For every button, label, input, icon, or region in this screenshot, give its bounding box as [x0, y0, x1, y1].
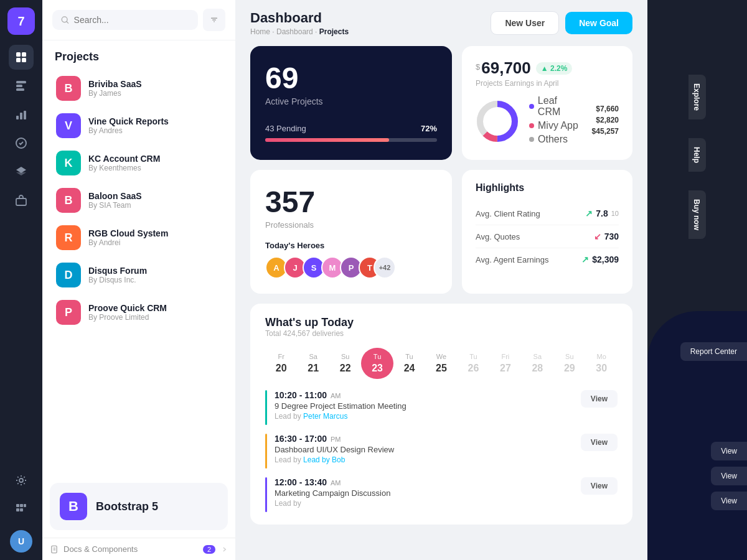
explore-tab[interactable]: Explore — [688, 75, 706, 119]
svg-rect-4 — [16, 81, 26, 83]
project-name: Proove Quick CRM — [88, 303, 222, 313]
event-ampm: AM — [331, 479, 341, 487]
search-input[interactable] — [74, 15, 189, 25]
highlight-label: Avg. Agent Earnings — [476, 255, 549, 264]
calendar-day[interactable]: Su29 — [553, 348, 585, 379]
event-view-button[interactable]: View — [581, 477, 618, 495]
project-item[interactable]: D Disqus Forum By Disqus Inc. — [50, 256, 228, 294]
search-input-wrap[interactable] — [52, 10, 198, 30]
sidebar-icon-grid[interactable] — [9, 73, 34, 98]
right-panel-buttons: Report Center View View View — [680, 342, 747, 510]
event-ampm: AM — [331, 392, 341, 399]
project-by: By Andres — [88, 126, 222, 135]
highlights-list: Avg. Client Rating ↗ 7.8 10 Avg. Quotes … — [476, 202, 619, 271]
event-view-button[interactable]: View — [581, 434, 618, 451]
highlight-row: Avg. Agent Earnings ↗ $2,309 — [476, 248, 619, 271]
day-name: Mo — [588, 353, 615, 360]
sidebar-icon-briefcase[interactable] — [9, 188, 34, 213]
day-num: 22 — [332, 363, 359, 374]
cards-row-1: 69 Active Projects 43 Pending 72% $ 69,7… — [250, 46, 632, 160]
heroes-title: Today's Heroes — [265, 241, 437, 250]
svg-rect-19 — [20, 508, 23, 511]
project-item[interactable]: V Vine Quick Reports By Andres — [50, 107, 228, 144]
project-item[interactable]: B Briviba SaaS By James — [50, 70, 228, 107]
calendar-day[interactable]: Sa21 — [297, 348, 329, 379]
heroes-more: +42 — [374, 256, 396, 279]
sidebar-icon-settings[interactable] — [9, 468, 34, 493]
sidebar-icon-check[interactable] — [9, 131, 34, 156]
svg-rect-6 — [16, 88, 24, 91]
svg-marker-12 — [16, 172, 26, 175]
project-item[interactable]: R RGB Cloud System By Andrei — [50, 219, 228, 256]
day-num: 23 — [364, 363, 390, 374]
heroes-avatars: AJSMPT+42 — [265, 256, 437, 279]
event-line — [265, 477, 267, 512]
event-name: Dashboard UI/UX Design Review — [275, 445, 573, 454]
calendar-day[interactable]: Fri27 — [489, 348, 521, 379]
filter-button[interactable] — [203, 9, 225, 31]
event-name: 9 Degree Project Estimation Meeting — [275, 401, 573, 411]
event-ampm: PM — [331, 436, 341, 443]
day-name: Tu — [396, 353, 423, 360]
legend: Leaf CRMMivy AppOthers — [529, 95, 582, 147]
search-bar — [42, 0, 235, 40]
right-view-btn-3[interactable]: View — [711, 492, 747, 510]
day-name: Tu — [364, 353, 390, 360]
event-lead: Lead by Lead by Bob — [275, 455, 573, 464]
sidebar-icon-modules[interactable] — [9, 497, 34, 521]
calendar-day[interactable]: Tu23 — [361, 348, 393, 379]
svg-point-20 — [62, 17, 67, 22]
new-goal-button[interactable]: New Goal — [565, 12, 632, 34]
calendar-day[interactable]: Mo30 — [586, 348, 618, 379]
project-icon: V — [56, 113, 81, 138]
buy-now-tab[interactable]: Buy now — [688, 190, 706, 239]
calendar-day[interactable]: Sa28 — [522, 348, 553, 379]
earnings-subtitle: Projects Earnings in April — [476, 79, 619, 88]
right-view-btn-2[interactable]: View — [711, 467, 747, 485]
active-projects-number: 69 — [265, 61, 437, 95]
day-name: Su — [332, 353, 359, 360]
sidebar-icon-dashboard[interactable] — [9, 45, 34, 70]
user-avatar[interactable]: U — [10, 530, 32, 553]
event-info: 12:00 - 13:40 AM Marketing Campaign Disc… — [275, 477, 573, 508]
project-by: By Keenthemes — [88, 164, 222, 172]
svg-rect-17 — [24, 504, 26, 507]
calendar-day[interactable]: We25 — [425, 348, 457, 379]
user-number[interactable]: 7 — [7, 7, 35, 35]
docs-link[interactable]: Docs & Components 2 — [42, 538, 235, 560]
project-item[interactable]: B Baloon SaaS By SIA Team — [50, 182, 228, 219]
right-view-btn-1[interactable]: View — [711, 442, 747, 460]
help-tab[interactable]: Help — [688, 138, 706, 172]
day-num: 25 — [428, 363, 454, 374]
svg-rect-2 — [16, 58, 21, 62]
docs-label: Docs & Components — [63, 544, 138, 554]
project-list: B Briviba SaaS By James V Vine Quick Rep… — [42, 70, 235, 473]
project-icon: R — [56, 225, 81, 250]
calendar-days: Fr20Sa21Su22Tu23Tu24We25Tu26Fri27Sa28Su2… — [265, 348, 618, 379]
project-item[interactable]: K KC Account CRM By Keenthemes — [50, 144, 228, 182]
earnings-badge: ▲ 2.2% — [536, 62, 573, 75]
calendar-day[interactable]: Tu26 — [458, 348, 489, 379]
new-user-button[interactable]: New User — [491, 11, 559, 35]
earnings-header: $ 69,700 ▲ 2.2% — [476, 58, 619, 78]
today-header: What's up Today Total 424,567 deliveries — [265, 316, 618, 338]
legend-label: Others — [538, 134, 568, 145]
event-lead-name[interactable]: Peter Marcus — [303, 412, 347, 421]
project-item[interactable]: P Proove Quick CRM By Proove Limited — [50, 294, 228, 331]
bootstrap-icon: B — [60, 493, 87, 520]
event-view-button[interactable]: View — [581, 390, 618, 408]
highlight-value: ↗ 7.8 10 — [585, 208, 619, 218]
calendar-day[interactable]: Fr20 — [265, 348, 297, 379]
svg-marker-11 — [16, 167, 26, 173]
report-center-button[interactable]: Report Center — [680, 342, 747, 361]
day-num: 27 — [492, 363, 519, 374]
page-title: Dashboard — [250, 10, 349, 26]
event-line — [265, 390, 267, 425]
event-lead-name[interactable]: Lead by Bob — [303, 455, 345, 464]
today-card: What's up Today Total 424,567 deliveries… — [250, 304, 632, 525]
calendar-day[interactable]: Su22 — [329, 348, 361, 379]
sidebar-icon-layers[interactable] — [9, 159, 34, 184]
sidebar-icon-chart[interactable] — [9, 102, 34, 127]
calendar-day[interactable]: Tu24 — [393, 348, 425, 379]
svg-rect-15 — [16, 504, 19, 507]
